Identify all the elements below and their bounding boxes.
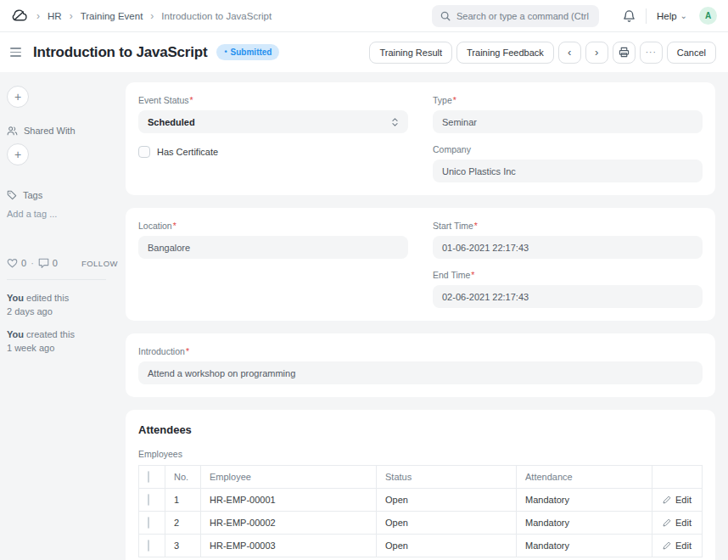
attendees-section-title: Attendees [138,423,703,436]
next-document-button[interactable]: › [585,42,608,64]
company-field: Company Unico Plastics Inc [433,144,703,182]
introduction-label: Introduction* [138,346,703,356]
chevron-down-icon: ⌄ [680,12,687,20]
cell-employee: HR-EMP-00001 [201,489,377,512]
employees-table: No. Employee Status Attendance 1 HR-EMP-… [138,465,703,557]
prev-document-button[interactable]: ‹ [558,42,581,64]
training-result-button[interactable]: Training Result [369,42,452,64]
activity-when: 2 days ago [7,305,118,319]
event-status-label: Event Status* [138,95,408,105]
location-value: Bangalore [138,236,408,259]
comment-count: 0 [53,258,58,268]
cell-attendance: Mandatory [517,535,652,557]
chevron-right-icon: › [36,10,40,22]
more-menu-button[interactable]: ··· [640,42,663,64]
add-share-button[interactable]: + [7,143,29,165]
user-avatar[interactable]: A [699,7,717,25]
company-label: Company [433,144,703,154]
column-header-attendance: Attendance [517,466,652,489]
introduction-field: Introduction* Attend a workshop on progr… [138,346,703,384]
users-icon [7,126,18,136]
activity-when: 1 week ago [7,342,118,356]
activity-action: edited this [26,293,69,303]
form-body: Event Status* Scheduled Type* Seminar [126,82,715,560]
app-logo-cloud-icon[interactable] [11,8,29,23]
sidebar-divider [7,279,106,280]
end-time-value: 02-06-2021 22:17:43 [433,285,703,308]
print-button[interactable] [613,42,636,64]
add-assignment-button[interactable]: + [7,86,29,108]
pencil-icon [663,496,671,504]
notifications-bell-icon[interactable] [623,9,636,23]
heart-icon [7,258,18,268]
training-feedback-button[interactable]: Training Feedback [456,42,554,64]
table-row: 3 HR-EMP-00003 Open Mandatory Edit [139,535,703,557]
comments-button[interactable]: 0 [38,258,58,268]
status-badge: • Submitted [216,44,279,60]
search-icon [440,11,451,21]
select-updown-icon [391,117,399,127]
activity-who: You [7,293,24,303]
cell-status: Open [377,512,517,535]
breadcrumb: › HR › Training Event › Introduction to … [11,8,272,23]
select-all-checkbox[interactable] [148,471,149,483]
help-menu[interactable]: Help ⌄ [657,11,687,21]
add-tag-input[interactable]: Add a tag ... [7,209,118,219]
tag-icon [7,190,17,200]
row-checkbox[interactable] [148,540,149,552]
form-sidebar: + Shared With + Tags Add a tag ... [7,82,118,560]
dot-separator: · [31,258,34,268]
cell-attendance: Mandatory [517,489,652,512]
engagement-row: 0 · 0 FOLLOW [7,258,118,268]
cancel-button[interactable]: Cancel [667,42,716,64]
comment-icon [38,258,49,268]
column-header-actions [652,466,703,489]
edit-row-button[interactable]: Edit [661,495,693,505]
attendees-section-card: Attendees Employees No. Employee Status … [126,410,715,560]
activity-who: You [7,329,24,339]
empty-cell [138,270,408,308]
follow-button[interactable]: FOLLOW [81,259,118,268]
like-count: 0 [21,258,26,268]
tags-section: Tags [7,190,118,200]
column-header-employee: Employee [201,466,377,489]
activity-action: created this [26,329,75,339]
event-status-select[interactable]: Scheduled [138,110,408,133]
has-certificate-checkbox[interactable]: Has Certificate [138,146,408,182]
tags-label: Tags [23,190,42,200]
page-head: Introduction to JavaScript • Submitted T… [0,32,728,72]
cell-employee: HR-EMP-00003 [201,535,377,557]
top-navbar: › HR › Training Event › Introduction to … [0,0,728,32]
type-value: Seminar [433,110,703,133]
row-checkbox[interactable] [148,494,149,506]
pencil-icon [663,518,671,527]
row-checkbox[interactable] [148,517,149,529]
checkbox-icon [138,146,150,158]
breadcrumb-item-training-event[interactable]: Training Event [81,11,143,21]
navbar-divider [646,8,647,24]
details-section-card: Event Status* Scheduled Type* Seminar [126,82,715,195]
column-header-no: No. [165,466,201,489]
edit-label: Edit [675,518,692,528]
pencil-icon [663,541,671,550]
chevron-right-icon: › [70,10,73,22]
search-placeholder: Search or type a command (Ctrl + G) [456,11,591,21]
printer-icon [619,47,630,58]
shared-with-section: Shared With [7,126,118,136]
like-button[interactable]: 0 [7,258,26,268]
edit-row-button[interactable]: Edit [661,518,693,528]
cell-attendance: Mandatory [517,512,652,535]
ellipsis-icon: ··· [646,48,657,57]
chevron-right-icon: › [150,10,154,22]
end-time-field: End Time* 02-06-2021 22:17:43 [433,270,703,308]
event-status-field: Event Status* Scheduled [138,95,408,133]
cell-status: Open [377,535,517,557]
global-search-input[interactable]: Search or type a command (Ctrl + G) [432,5,599,27]
breadcrumb-item-hr[interactable]: HR [48,11,62,21]
sidebar-toggle-hamburger-icon[interactable] [8,44,23,60]
cell-status: Open [377,489,517,512]
shared-with-label: Shared With [24,126,76,136]
type-label: Type* [433,95,703,105]
edit-row-button[interactable]: Edit [661,540,693,551]
page-title: Introduction to JavaScript [33,44,207,61]
